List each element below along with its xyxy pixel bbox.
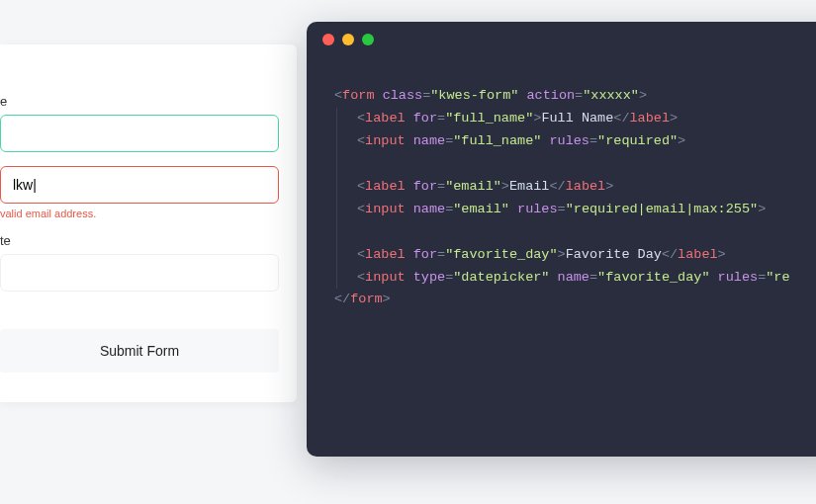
code-token: form bbox=[342, 88, 383, 103]
code-token: rules bbox=[718, 270, 759, 285]
code-token: type bbox=[413, 270, 445, 285]
code-token: = bbox=[437, 179, 445, 194]
code-token: > bbox=[670, 111, 678, 126]
favorite-day-label: te bbox=[0, 233, 279, 248]
code-line: <label for="email">Email</label> bbox=[334, 176, 816, 199]
code-token: "full_name" bbox=[453, 133, 541, 148]
close-icon[interactable] bbox=[322, 34, 334, 45]
code-token: < bbox=[334, 88, 342, 103]
code-token: </ bbox=[613, 111, 629, 126]
code-token: = bbox=[589, 270, 597, 285]
code-token: rules bbox=[549, 133, 589, 148]
email-error: valid email address. bbox=[0, 208, 279, 219]
field-email: valid email address. bbox=[0, 166, 297, 219]
form-panel: e valid email address. te Submit Form bbox=[0, 44, 297, 402]
full-name-label: e bbox=[0, 94, 279, 109]
code-token: < bbox=[357, 247, 365, 262]
code-line bbox=[334, 221, 816, 244]
code-token: rules bbox=[517, 202, 558, 216]
minimize-icon[interactable] bbox=[342, 34, 354, 45]
code-token: "required|email|max:255" bbox=[566, 202, 758, 216]
code-line: <input type="datepicker" name="favorite_… bbox=[334, 267, 816, 290]
code-token bbox=[549, 270, 557, 285]
code-token: label bbox=[678, 247, 718, 262]
code-token: "full_name" bbox=[445, 111, 533, 126]
code-token: action bbox=[526, 88, 575, 103]
code-line: <input name="full_name" rules="required"… bbox=[334, 130, 816, 153]
code-token: < bbox=[357, 202, 365, 216]
code-token bbox=[710, 270, 718, 285]
code-token: label bbox=[566, 179, 606, 194]
code-token: Full Name bbox=[541, 111, 613, 126]
window-titlebar bbox=[307, 22, 816, 57]
code-token: > bbox=[678, 133, 685, 148]
code-token: name bbox=[413, 202, 445, 216]
code-token: name bbox=[558, 270, 589, 285]
code-token: = bbox=[558, 202, 566, 216]
code-body: <form class="kwes-form" action="xxxxx"><… bbox=[307, 57, 816, 339]
code-line: </form> bbox=[334, 289, 816, 311]
code-token: label bbox=[365, 247, 413, 262]
code-token: "email" bbox=[445, 179, 501, 194]
code-token: "required" bbox=[597, 133, 678, 148]
code-token: label bbox=[365, 179, 413, 194]
code-panel: <form class="kwes-form" action="xxxxx"><… bbox=[307, 22, 816, 457]
submit-group: Submit Form bbox=[0, 305, 297, 373]
code-token: > bbox=[383, 292, 391, 306]
code-token: for bbox=[413, 247, 437, 262]
code-line: <input name="email" rules="required|emai… bbox=[334, 199, 816, 221]
code-token: < bbox=[357, 133, 365, 148]
code-token: for bbox=[413, 111, 437, 126]
code-line: <form class="kwes-form" action="xxxxx"> bbox=[334, 85, 816, 108]
code-token: class bbox=[383, 88, 423, 103]
code-token: input bbox=[365, 133, 413, 148]
code-token: = bbox=[575, 88, 583, 103]
code-token: form bbox=[350, 292, 382, 306]
zoom-icon[interactable] bbox=[362, 34, 374, 45]
code-line bbox=[334, 153, 816, 176]
submit-button[interactable]: Submit Form bbox=[0, 329, 279, 373]
code-token: Email bbox=[509, 179, 550, 194]
email-input[interactable] bbox=[0, 166, 279, 204]
code-token: = bbox=[437, 247, 445, 262]
full-name-input[interactable] bbox=[0, 115, 279, 152]
form-inner: e valid email address. te Submit Form bbox=[0, 94, 297, 373]
field-full-name: e bbox=[0, 94, 297, 152]
favorite-day-input[interactable] bbox=[0, 254, 279, 292]
code-line: <label for="favorite_day">Favorite Day</… bbox=[334, 244, 816, 267]
code-token: "re bbox=[766, 270, 789, 285]
code-token: < bbox=[357, 111, 365, 126]
code-token: label bbox=[630, 111, 671, 126]
code-token: "datepicker" bbox=[453, 270, 549, 285]
code-token: = bbox=[589, 133, 597, 148]
code-token: "favorite_day" bbox=[445, 247, 557, 262]
code-token: "xxxxx" bbox=[583, 88, 639, 103]
code-token: "email" bbox=[453, 202, 509, 216]
code-token: name bbox=[413, 133, 445, 148]
code-token bbox=[509, 202, 517, 216]
code-token: > bbox=[605, 179, 613, 194]
code-line: <label for="full_name">Full Name</label> bbox=[334, 108, 816, 130]
code-token: "favorite_day" bbox=[597, 270, 709, 285]
code-token: </ bbox=[334, 292, 350, 306]
code-token: label bbox=[365, 111, 413, 126]
code-token: < bbox=[357, 270, 365, 285]
code-token: </ bbox=[662, 247, 678, 262]
code-token: > bbox=[718, 247, 726, 262]
code-token: > bbox=[639, 88, 647, 103]
code-token: for bbox=[413, 179, 437, 194]
code-token: </ bbox=[549, 179, 565, 194]
code-token: = bbox=[437, 111, 445, 126]
field-favorite-day: te bbox=[0, 233, 297, 292]
code-token: input bbox=[365, 202, 413, 216]
code-token: Favorite Day bbox=[566, 247, 662, 262]
code-token: input bbox=[365, 270, 413, 285]
code-token: < bbox=[357, 179, 365, 194]
code-token: "kwes-form" bbox=[430, 88, 518, 103]
code-token: > bbox=[501, 179, 509, 194]
code-token: > bbox=[758, 202, 766, 216]
code-token: > bbox=[558, 247, 566, 262]
